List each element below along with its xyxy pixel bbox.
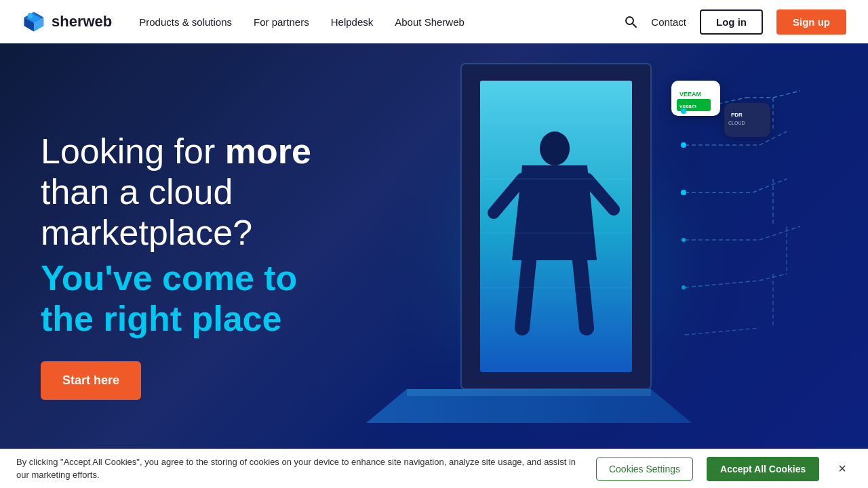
svg-text:CLOUD: CLOUD (728, 121, 745, 125)
svg-point-94 (682, 285, 686, 289)
signup-button[interactable]: Sign up (776, 9, 846, 35)
hero-subheading-text: You've come tothe right place (41, 258, 297, 338)
svg-point-93 (682, 238, 686, 242)
svg-point-90 (681, 108, 686, 114)
search-button[interactable] (624, 15, 637, 28)
svg-line-27 (753, 179, 787, 192)
logo-icon (22, 9, 46, 34)
svg-line-18 (522, 260, 529, 328)
svg-line-8 (633, 24, 637, 28)
svg-text:veeam: veeam (679, 103, 696, 109)
hero-svg: VEEAM veeam PDR CLOUD TREND ↺ Acronis ba… (312, 43, 868, 488)
svg-point-91 (681, 142, 686, 148)
nav-products-solutions[interactable]: Products & solutions (139, 16, 232, 28)
svg-line-19 (580, 260, 587, 328)
svg-text:PDR: PDR (731, 112, 743, 118)
cookie-close-button[interactable]: × (833, 458, 852, 479)
nav-about-sherweb[interactable]: About Sherweb (395, 16, 465, 28)
hero-heading: Looking for morethan a cloudmarketplace? (41, 131, 311, 253)
cookie-banner: By clicking "Accept All Cookies", you ag… (0, 449, 868, 488)
svg-point-92 (681, 190, 686, 195)
login-button[interactable]: Log in (700, 9, 763, 35)
navbar: sherweb Products & solutions For partner… (0, 0, 868, 43)
nav-helpdesk[interactable]: Helpdesk (331, 16, 374, 28)
cookie-text: By clicking "Accept All Cookies", you ag… (16, 456, 583, 481)
svg-text:VEEAM: VEEAM (679, 91, 701, 98)
svg-line-29 (760, 226, 800, 240)
contact-link[interactable]: Contact (651, 16, 686, 28)
svg-rect-41 (724, 103, 770, 137)
accept-cookies-button[interactable]: Accept All Cookies (707, 457, 819, 481)
svg-marker-13 (407, 389, 651, 396)
logo[interactable]: sherweb (22, 9, 112, 34)
logo-text: sherweb (52, 13, 112, 30)
svg-point-20 (540, 131, 570, 165)
hero-section: Looking for morethan a cloudmarketplace?… (0, 43, 868, 488)
nav-links: Products & solutions For partners Helpde… (139, 16, 624, 28)
hero-content: Looking for morethan a cloudmarketplace?… (0, 131, 352, 400)
start-here-button[interactable]: Start here (41, 361, 141, 400)
svg-line-23 (773, 91, 800, 98)
hero-illustration: VEEAM veeam PDR CLOUD TREND ↺ Acronis ba… (312, 43, 868, 488)
hero-heading-text: Looking for morethan a cloudmarketplace? (41, 131, 311, 252)
cookies-settings-button[interactable]: Cookies Settings (596, 458, 693, 481)
search-icon (624, 15, 637, 28)
nav-right: Contact Log in Sign up (624, 9, 846, 35)
nav-for-partners[interactable]: For partners (254, 16, 309, 28)
hero-subheading: You've come tothe right place (41, 258, 311, 340)
